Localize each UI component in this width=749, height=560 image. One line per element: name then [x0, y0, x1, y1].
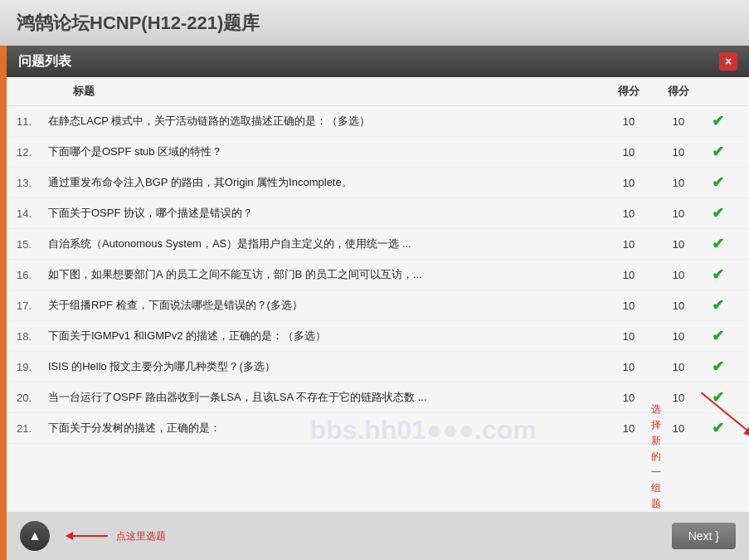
app-title: 鸿鹄论坛HCNP(H12-221)题库 [17, 11, 260, 36]
question-title: 通过重发布命令注入BGP 的路由，其Origin 属性为Incomplete。 [40, 168, 604, 198]
question-spacer [732, 229, 749, 260]
question-title: 下面关于分发树的描述，正确的是： [40, 413, 604, 444]
table-row[interactable]: 19. ISIS 的Hello 报文主要分为哪几种类型？(多选） 10 10 ✔ [7, 352, 749, 382]
nav-prev-button[interactable]: ▲ [20, 521, 50, 551]
question-score2: 10 [654, 290, 703, 321]
check-icon: ✔ [712, 144, 724, 160]
hint-left-label: 点这里选题 [116, 529, 166, 543]
question-check: ✔ [703, 106, 732, 137]
table-row[interactable]: 18. 下面关于IGMPv1 和IGMPv2 的描述，正确的是：（多选） 10 … [7, 321, 749, 352]
nav-prev-icon: ▲ [28, 528, 41, 543]
question-num: 13. [7, 168, 40, 198]
question-num: 11. [7, 106, 40, 137]
question-score2: 10 [654, 321, 703, 352]
question-title: 自治系统（Autonomous System，AS）是指用户自主定义的，使用统一… [40, 229, 604, 260]
table-header: 标题 得分 得分 [7, 77, 749, 106]
question-spacer [732, 168, 749, 198]
question-title: ISIS 的Hello 报文主要分为哪几种类型？(多选） [40, 352, 604, 382]
question-spacer [732, 198, 749, 229]
col-num-header [7, 77, 40, 106]
left-accent [0, 46, 7, 560]
arrow-head [66, 532, 73, 540]
question-score1: 10 [604, 106, 654, 137]
question-score1: 10 [604, 137, 654, 168]
question-title: 如下图，如果想要部门A 的员工之间不能互访，部门B 的员工之间可以互访，... [40, 260, 604, 290]
diagonal-arrow [701, 392, 749, 438]
question-score1: 10 [604, 229, 654, 260]
question-table: 标题 得分 得分 11. 在静态LACP 模式中，关于活动链路的选取描述正确的是… [7, 77, 749, 444]
question-spacer [732, 321, 749, 352]
question-spacer [732, 260, 749, 290]
question-score2: 10 [654, 106, 703, 137]
check-icon: ✔ [712, 328, 724, 344]
check-icon: ✔ [712, 174, 724, 191]
table-row[interactable]: 16. 如下图，如果想要部门A 的员工之间不能互访，部门B 的员工之间可以互访，… [7, 260, 749, 290]
question-check: ✔ [703, 229, 732, 260]
hint-right-container: 选择新的一组题 [651, 401, 661, 511]
question-num: 19. [7, 352, 40, 382]
table-row[interactable]: 20. 当一台运行了OSPF 路由器收到一条LSA，且该LSA 不存在于它的链路… [7, 382, 749, 413]
question-check: ✔ [703, 352, 732, 382]
question-num: 20. [7, 382, 40, 413]
footer-right: 选择新的一组题 Next } [672, 523, 736, 549]
question-check: ✔ [703, 198, 732, 229]
table-row[interactable]: 21. 下面关于分发树的描述，正确的是： 10 10 ✔ [7, 413, 749, 444]
question-check: ✔ [703, 290, 732, 321]
question-num: 14. [7, 198, 40, 229]
question-score1: 10 [604, 260, 654, 290]
modal-header: 问题列表 × [7, 46, 749, 77]
modal-dialog: 问题列表 × bbs.hh01●●●.com 标题 得分 得分 [7, 46, 749, 560]
check-icon: ✔ [712, 113, 724, 129]
question-num: 16. [7, 260, 40, 290]
question-score2: 10 [654, 198, 703, 229]
question-score2: 10 [654, 352, 703, 382]
question-score2: 10 [654, 413, 703, 444]
question-score2: 10 [654, 168, 703, 198]
question-spacer [732, 352, 749, 382]
question-score2: 10 [654, 260, 703, 290]
question-title: 在静态LACP 模式中，关于活动链路的选取描述正确的是：（多选） [40, 106, 604, 137]
table-row[interactable]: 12. 下面哪个是OSPF stub 区域的特性？ 10 10 ✔ [7, 137, 749, 168]
question-check: ✔ [703, 260, 732, 290]
left-arrow-annotation [66, 535, 108, 537]
question-spacer [732, 106, 749, 137]
question-num: 18. [7, 321, 40, 352]
arrow-line [66, 535, 108, 537]
hint-right-label: 选择新的一组题 [651, 403, 661, 509]
table-row[interactable]: 17. 关于组播RPF 检查，下面说法哪些是错误的？(多选） 10 10 ✔ [7, 290, 749, 321]
question-num: 12. [7, 137, 40, 168]
question-num: 17. [7, 290, 40, 321]
modal-title: 问题列表 [18, 53, 71, 71]
hint-left-container: 点这里选题 [66, 529, 166, 543]
modal-close-button[interactable]: × [719, 52, 737, 71]
col-score1-header: 得分 [604, 77, 654, 106]
table-row[interactable]: 15. 自治系统（Autonomous System，AS）是指用户自主定义的，… [7, 229, 749, 260]
table-row[interactable]: 14. 下面关于OSPF 协议，哪个描述是错误的？ 10 10 ✔ [7, 198, 749, 229]
modal-body: bbs.hh01●●●.com 标题 得分 得分 11. 在静态LACP 模式中… [7, 77, 749, 512]
col-scroll-header [732, 77, 749, 106]
app-header: 鸿鹄论坛HCNP(H12-221)题库 [0, 0, 749, 46]
col-check-header [703, 77, 732, 106]
footer-left: ▲ 点这里选题 [20, 521, 166, 551]
col-title-header: 标题 [40, 77, 604, 106]
question-title: 下面关于OSPF 协议，哪个描述是错误的？ [40, 198, 604, 229]
check-icon: ✔ [712, 358, 724, 375]
table-row[interactable]: 11. 在静态LACP 模式中，关于活动链路的选取描述正确的是：（多选） 10 … [7, 106, 749, 137]
svg-line-1 [701, 392, 747, 430]
question-title: 当一台运行了OSPF 路由器收到一条LSA，且该LSA 不存在于它的链路状态数 … [40, 382, 604, 413]
check-icon: ✔ [712, 205, 724, 222]
question-score1: 10 [604, 290, 654, 321]
table-row[interactable]: 13. 通过重发布命令注入BGP 的路由，其Origin 属性为Incomple… [7, 168, 749, 198]
question-score1: 10 [604, 352, 654, 382]
question-table-body: 11. 在静态LACP 模式中，关于活动链路的选取描述正确的是：（多选） 10 … [7, 106, 749, 444]
check-icon: ✔ [712, 236, 724, 252]
next-button[interactable]: Next } [672, 523, 736, 549]
question-title: 关于组播RPF 检查，下面说法哪些是错误的？(多选） [40, 290, 604, 321]
question-score1: 10 [604, 413, 654, 444]
question-score1: 10 [604, 321, 654, 352]
question-spacer [732, 137, 749, 168]
question-num: 21. [7, 413, 40, 444]
question-num: 15. [7, 229, 40, 260]
question-table-wrapper[interactable]: 标题 得分 得分 11. 在静态LACP 模式中，关于活动链路的选取描述正确的是… [7, 77, 749, 512]
check-icon: ✔ [712, 297, 724, 314]
